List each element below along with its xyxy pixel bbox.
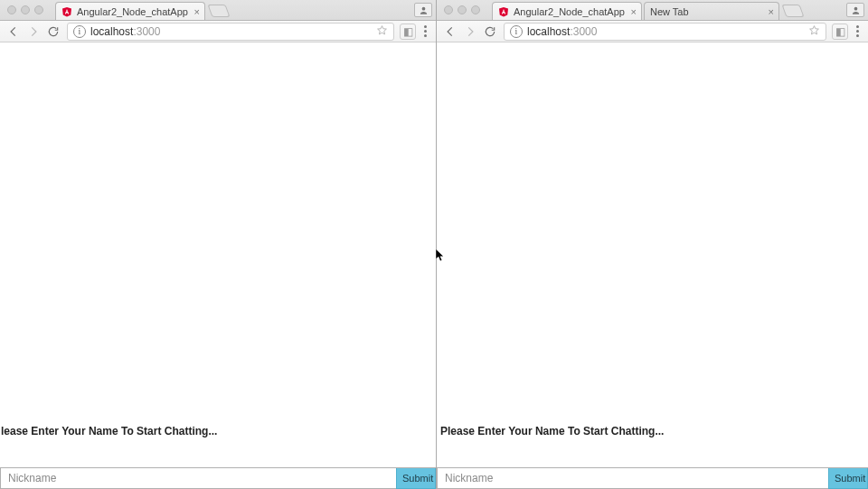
window-controls xyxy=(7,5,48,14)
traffic-min-icon[interactable] xyxy=(458,5,467,14)
nickname-input[interactable] xyxy=(437,468,828,489)
enter-name-prompt: lease Enter Your Name To Start Chatting.… xyxy=(0,425,436,437)
traffic-close-icon[interactable] xyxy=(7,5,16,14)
window-controls xyxy=(444,5,485,14)
nickname-input[interactable] xyxy=(0,468,396,489)
close-icon[interactable]: × xyxy=(194,6,200,16)
info-icon[interactable]: i xyxy=(73,25,86,38)
url-port: :3000 xyxy=(133,25,160,38)
tab-strip: Angular2_Node_chatApp × xyxy=(0,0,436,21)
angular-favicon-icon xyxy=(498,6,509,17)
tab-title: New Tab xyxy=(650,6,689,17)
reload-button[interactable] xyxy=(480,23,500,41)
toolbar: i localhost:3000 ◧ xyxy=(437,21,868,42)
enter-name-prompt: Please Enter Your Name To Start Chatting… xyxy=(437,425,868,437)
traffic-min-icon[interactable] xyxy=(21,5,30,14)
page-content: Please Enter Your Name To Start Chatting… xyxy=(437,42,868,489)
back-button[interactable] xyxy=(4,23,24,41)
url-port: :3000 xyxy=(570,25,597,38)
profile-button[interactable] xyxy=(414,3,432,17)
extension-icon[interactable]: ◧ xyxy=(400,24,416,40)
extension-icon[interactable]: ◧ xyxy=(832,24,848,40)
menu-button[interactable] xyxy=(850,25,864,37)
bookmark-star-icon[interactable] xyxy=(808,24,820,39)
bookmark-star-icon[interactable] xyxy=(376,24,388,39)
reload-button[interactable] xyxy=(43,23,63,41)
tab-new[interactable]: New Tab × xyxy=(644,2,779,20)
close-icon[interactable]: × xyxy=(631,6,637,16)
new-tab-button[interactable] xyxy=(781,5,804,17)
tabs: Angular2_Node_chatApp × New Tab × xyxy=(492,0,802,20)
url-bar[interactable]: i localhost:3000 xyxy=(67,23,394,41)
url-bar[interactable]: i localhost:3000 xyxy=(504,23,826,41)
info-icon[interactable]: i xyxy=(510,25,523,38)
forward-button[interactable] xyxy=(24,23,43,41)
page-content: lease Enter Your Name To Start Chatting.… xyxy=(0,42,436,489)
tab-title: Angular2_Node_chatApp xyxy=(514,6,625,17)
nickname-bar: Submit xyxy=(437,467,868,489)
profile-button[interactable] xyxy=(846,3,864,17)
tab-strip: Angular2_Node_chatApp × New Tab × xyxy=(437,0,868,21)
tabs: Angular2_Node_chatApp × xyxy=(55,0,228,20)
right-browser-window: Angular2_Node_chatApp × New Tab × i loca… xyxy=(436,0,868,489)
tab-angular-chat[interactable]: Angular2_Node_chatApp × xyxy=(492,2,642,20)
menu-button[interactable] xyxy=(418,25,432,37)
submit-button[interactable]: Submit xyxy=(396,468,436,489)
traffic-max-icon[interactable] xyxy=(34,5,43,14)
left-browser-window: Angular2_Node_chatApp × i localhost:3000… xyxy=(0,0,436,489)
new-tab-button[interactable] xyxy=(207,5,230,17)
submit-button[interactable]: Submit xyxy=(828,468,868,489)
url-host: localhost xyxy=(527,25,570,38)
close-icon[interactable]: × xyxy=(769,6,774,16)
forward-button[interactable] xyxy=(460,23,480,41)
nickname-bar: Submit xyxy=(0,467,436,489)
tab-angular-chat[interactable]: Angular2_Node_chatApp × xyxy=(55,2,205,20)
back-button[interactable] xyxy=(440,23,460,41)
traffic-close-icon[interactable] xyxy=(444,5,453,14)
url-host: localhost xyxy=(90,25,133,38)
tab-title: Angular2_Node_chatApp xyxy=(77,6,188,17)
traffic-max-icon[interactable] xyxy=(471,5,480,14)
angular-favicon-icon xyxy=(61,6,72,17)
toolbar: i localhost:3000 ◧ xyxy=(0,21,436,42)
